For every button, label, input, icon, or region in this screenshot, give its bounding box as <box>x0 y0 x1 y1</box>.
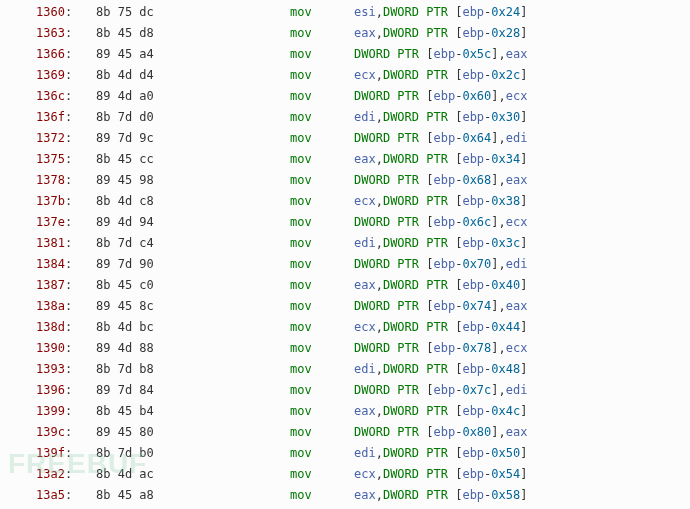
address-value: 1372 <box>36 131 65 145</box>
address-value: 1366 <box>36 47 65 61</box>
operand-comma: , <box>376 278 383 292</box>
col-address: 136c: <box>36 86 96 107</box>
operand-comma: , <box>376 152 383 166</box>
col-operands: ecx,DWORD PTR [ebp-0x38] <box>354 191 690 212</box>
address-value: 1399 <box>36 404 65 418</box>
col-mnemonic: mov <box>290 191 354 212</box>
col-mnemonic: mov <box>290 170 354 191</box>
disassembly-row: 1363:8b 45 d8moveax,DWORD PTR [ebp-0x28] <box>0 23 690 44</box>
operand-comma: , <box>376 488 383 502</box>
col-address: 1381: <box>36 233 96 254</box>
operand-offset: 0x4c <box>491 404 520 418</box>
col-operands: DWORD PTR [ebp-0x7c],edi <box>354 380 690 401</box>
operand-register: eax <box>354 152 376 166</box>
operand-size: DWORD PTR <box>383 110 455 124</box>
address-colon: : <box>65 5 72 19</box>
bracket-close: ] <box>520 236 527 250</box>
operand-comma: , <box>499 131 506 145</box>
col-address: 138a: <box>36 296 96 317</box>
operand-offset: 0x58 <box>491 488 520 502</box>
address-colon: : <box>65 236 72 250</box>
col-operands: DWORD PTR [ebp-0x68],eax <box>354 170 690 191</box>
address-colon: : <box>65 488 72 502</box>
operand-offset: 0x34 <box>491 152 520 166</box>
col-mnemonic: mov <box>290 128 354 149</box>
disassembly-row: 1396:89 7d 84movDWORD PTR [ebp-0x7c],edi <box>0 380 690 401</box>
disassembly-row: 1399:8b 45 b4moveax,DWORD PTR [ebp-0x4c] <box>0 401 690 422</box>
address-value: 1396 <box>36 383 65 397</box>
operand-size: DWORD PTR <box>354 47 426 61</box>
operand-base: ebp <box>462 488 484 502</box>
disassembly-row: 139c:89 45 80movDWORD PTR [ebp-0x80],eax <box>0 422 690 443</box>
operand-comma: , <box>499 215 506 229</box>
address-value: 1363 <box>36 26 65 40</box>
disassembly-row: 1372:89 7d 9cmovDWORD PTR [ebp-0x64],edi <box>0 128 690 149</box>
col-hexbytes: 8b 4d d4 <box>96 65 290 86</box>
col-hexbytes: 89 7d 90 <box>96 254 290 275</box>
address-value: 1381 <box>36 236 65 250</box>
address-value: 13a5 <box>36 488 65 502</box>
col-address: 1393: <box>36 359 96 380</box>
bracket-close: ] <box>520 5 527 19</box>
operand-size: DWORD PTR <box>354 89 426 103</box>
bracket-close: ] <box>520 446 527 460</box>
operand-comma: , <box>376 68 383 82</box>
operand-register: ecx <box>354 194 376 208</box>
col-address: 13a2: <box>36 464 96 485</box>
col-mnemonic: mov <box>290 65 354 86</box>
operand-register: edi <box>506 383 528 397</box>
address-colon: : <box>65 341 72 355</box>
operand-size: DWORD PTR <box>383 194 455 208</box>
col-operands: eax,DWORD PTR [ebp-0x58] <box>354 485 690 506</box>
operand-base: ebp <box>433 173 455 187</box>
operand-size: DWORD PTR <box>354 299 426 313</box>
col-hexbytes: 89 7d 9c <box>96 128 290 149</box>
operand-register: eax <box>506 425 528 439</box>
address-colon: : <box>65 26 72 40</box>
col-address: 137e: <box>36 212 96 233</box>
address-value: 1360 <box>36 5 65 19</box>
bracket-close: ] <box>491 47 498 61</box>
operand-register: ecx <box>506 341 528 355</box>
bracket-close: ] <box>491 383 498 397</box>
address-colon: : <box>65 173 72 187</box>
bracket-close: ] <box>491 341 498 355</box>
address-value: 136c <box>36 89 65 103</box>
col-operands: eax,DWORD PTR [ebp-0x28] <box>354 23 690 44</box>
operand-offset: 0x70 <box>462 257 491 271</box>
bracket-close: ] <box>520 467 527 481</box>
col-mnemonic: mov <box>290 44 354 65</box>
operand-register: edi <box>506 257 528 271</box>
col-operands: DWORD PTR [ebp-0x80],eax <box>354 422 690 443</box>
address-value: 1384 <box>36 257 65 271</box>
bracket-close: ] <box>520 278 527 292</box>
operand-size: DWORD PTR <box>354 425 426 439</box>
address-colon: : <box>65 152 72 166</box>
operand-comma: , <box>499 89 506 103</box>
col-mnemonic: mov <box>290 254 354 275</box>
operand-base: ebp <box>462 467 484 481</box>
col-address: 13a5: <box>36 485 96 506</box>
address-colon: : <box>65 131 72 145</box>
operand-base: ebp <box>433 131 455 145</box>
col-address: 137b: <box>36 191 96 212</box>
operand-size: DWORD PTR <box>383 446 455 460</box>
col-operands: DWORD PTR [ebp-0x70],edi <box>354 254 690 275</box>
address-colon: : <box>65 89 72 103</box>
operand-base: ebp <box>462 362 484 376</box>
operand-register: ecx <box>354 467 376 481</box>
operand-base: ebp <box>462 236 484 250</box>
col-operands: DWORD PTR [ebp-0x74],eax <box>354 296 690 317</box>
operand-offset: 0x30 <box>491 110 520 124</box>
operand-offset: 0x44 <box>491 320 520 334</box>
col-hexbytes: 89 4d a0 <box>96 86 290 107</box>
col-mnemonic: mov <box>290 23 354 44</box>
col-operands: DWORD PTR [ebp-0x5c],eax <box>354 44 690 65</box>
operand-size: DWORD PTR <box>383 362 455 376</box>
disassembly-row: 1375:8b 45 ccmoveax,DWORD PTR [ebp-0x34] <box>0 149 690 170</box>
address-value: 138d <box>36 320 65 334</box>
col-operands: DWORD PTR [ebp-0x78],ecx <box>354 338 690 359</box>
operand-size: DWORD PTR <box>383 236 455 250</box>
bracket-close: ] <box>491 173 498 187</box>
col-operands: eax,DWORD PTR [ebp-0x40] <box>354 275 690 296</box>
